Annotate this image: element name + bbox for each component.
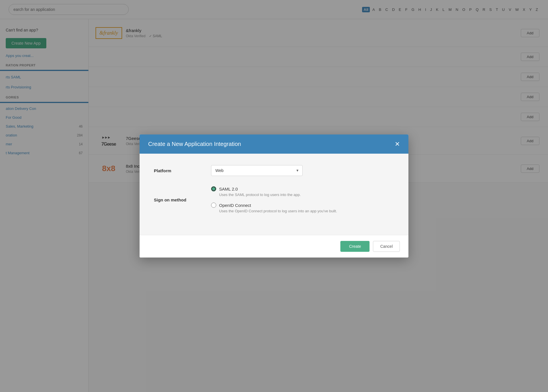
modal-header: Create a New Application Integration ✕ (140, 134, 408, 154)
saml-option: SAML 2.0 Uses the SAML protocol to log u… (211, 186, 394, 197)
oidc-option: OpenID Connect Uses the OpenID Connect p… (211, 203, 394, 213)
saml-description: Uses the SAML protocol to log users into… (219, 193, 394, 197)
platform-form-row: Platform Web Native Single-Page App Serv… (154, 165, 394, 176)
modal-overlay: Create a New Application Integration ✕ P… (0, 0, 548, 392)
modal-footer: Create Cancel (140, 235, 408, 258)
platform-select[interactable]: Web Native Single-Page App Service (211, 165, 303, 176)
oidc-radio-label[interactable]: OpenID Connect (211, 203, 394, 208)
sign-on-control: SAML 2.0 Uses the SAML protocol to log u… (211, 186, 394, 213)
radio-group: SAML 2.0 Uses the SAML protocol to log u… (211, 186, 394, 213)
saml-radio-label[interactable]: SAML 2.0 (211, 186, 394, 191)
sign-on-label: Sign on method (154, 197, 200, 202)
create-button[interactable]: Create (340, 241, 370, 252)
oidc-radio-input[interactable] (211, 203, 216, 208)
sign-on-form-row: Sign on method SAML 2.0 Uses the SAML pr… (154, 186, 394, 213)
platform-select-wrapper: Web Native Single-Page App Service ▼ (211, 165, 303, 176)
saml-label-text: SAML 2.0 (219, 187, 238, 191)
saml-radio-input[interactable] (211, 186, 216, 191)
oidc-description: Uses the OpenID Connect protocol to log … (219, 209, 394, 213)
modal-title: Create a New Application Integration (148, 141, 241, 147)
cancel-button[interactable]: Cancel (373, 241, 400, 252)
modal-body: Platform Web Native Single-Page App Serv… (140, 154, 408, 235)
platform-control: Web Native Single-Page App Service ▼ (211, 165, 394, 176)
background-page: All A B C D E F G H I J K L M N O P Q R … (0, 0, 548, 392)
platform-label: Platform (154, 168, 200, 173)
modal-close-button[interactable]: ✕ (395, 141, 400, 147)
oidc-label-text: OpenID Connect (219, 203, 251, 208)
modal-dialog: Create a New Application Integration ✕ P… (140, 134, 408, 258)
